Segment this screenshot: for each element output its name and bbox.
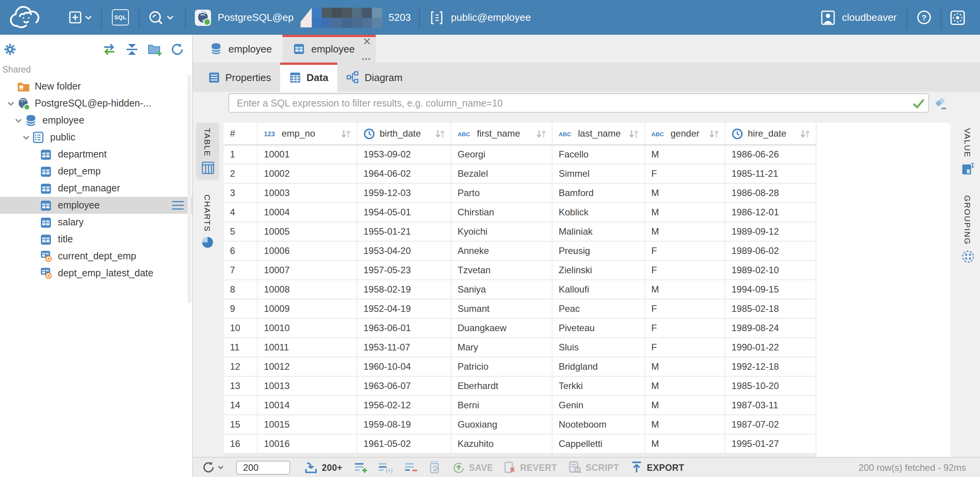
hamburger-icon[interactable] (171, 200, 184, 211)
script-button[interactable]: SCRIPT (568, 461, 619, 474)
data-cell-emp_no[interactable]: 10007 (258, 261, 357, 279)
tree-item-department[interactable]: department (0, 146, 192, 163)
data-cell-hire_date[interactable]: 1989-02-10 (725, 261, 816, 279)
tree-item-current-dept-emp[interactable]: current_dept_emp (0, 248, 192, 265)
data-cell-last_name[interactable]: Cappelletti (553, 435, 645, 453)
data-cell-hire_date[interactable]: 1985-02-18 (725, 299, 816, 318)
data-cell-hire_date[interactable]: 1986-06-26 (725, 145, 816, 164)
data-cell-first_name[interactable]: Guoxiang (451, 415, 553, 434)
data-cell-gender[interactable]: F (645, 261, 725, 279)
data-cell-gender[interactable]: M (645, 280, 725, 299)
tree-item-title[interactable]: title (0, 231, 192, 248)
data-cell-first_name[interactable]: Eberhardt (451, 377, 553, 395)
data-cell-first_name[interactable]: Tzvetan (451, 261, 553, 279)
data-cell-emp_no[interactable]: 10013 (258, 377, 357, 395)
data-cell-emp_no[interactable]: 10012 (258, 357, 357, 376)
data-cell-hire_date[interactable]: 1989-08-24 (725, 319, 816, 337)
fetch-more-button[interactable]: 200+ (304, 461, 342, 474)
delete-row-icon[interactable] (404, 461, 418, 474)
data-cell-gender[interactable]: M (645, 222, 725, 241)
tab-properties[interactable]: Properties (199, 63, 280, 92)
data-cell-last_name[interactable]: Sluis (553, 338, 645, 357)
row-number-cell[interactable]: 6 (224, 242, 258, 260)
data-cell-emp_no[interactable]: 10008 (258, 280, 357, 299)
data-cell-first_name[interactable]: Parto (451, 184, 553, 202)
data-cell-hire_date[interactable]: 1986-08-28 (725, 184, 816, 202)
data-cell-first_name[interactable]: Berni (451, 396, 553, 414)
tree-item-dept-manager[interactable]: dept_manager (0, 180, 192, 197)
data-cell-birth_date[interactable]: 1959-12-03 (357, 184, 451, 202)
data-cell-hire_date[interactable]: 1985-10-20 (725, 377, 816, 395)
new-folder-icon[interactable] (147, 42, 162, 56)
side-tab-value[interactable]: VALUE (956, 123, 979, 181)
schema-selector[interactable]: public@employee (429, 10, 531, 25)
data-cell-birth_date[interactable]: 1952-04-19 (357, 299, 451, 318)
data-cell-last_name[interactable]: Simmel (553, 164, 645, 183)
data-cell-gender[interactable]: M (645, 145, 725, 164)
tree-item-postgresql-ep-hidden[interactable]: PostgreSQL@ep-hidden-... (0, 95, 192, 112)
data-cell-last_name[interactable]: Bamford (553, 184, 645, 202)
data-cell-last_name[interactable]: Nooteboom (553, 415, 645, 434)
data-cell-birth_date[interactable]: 1955-01-21 (357, 222, 451, 241)
data-cell-hire_date[interactable]: 1995-01-27 (725, 435, 816, 453)
connection-selector[interactable]: PostgreSQL@ep 5203 (194, 7, 411, 27)
tree-item-new-folder[interactable]: New folder (0, 78, 192, 95)
data-cell-first_name[interactable]: Sumant (451, 299, 553, 318)
row-number-cell[interactable]: 12 (224, 357, 258, 376)
data-cell-birth_date[interactable]: 1958-02-19 (357, 280, 451, 299)
data-cell-hire_date[interactable]: 1985-11-21 (725, 164, 816, 183)
row-number-cell[interactable]: 7 (224, 261, 258, 279)
data-cell-hire_date[interactable]: 1989-09-12 (725, 222, 816, 241)
tree-item-employee[interactable]: employee (0, 197, 192, 214)
new-object-button[interactable] (69, 11, 92, 24)
row-number-cell[interactable]: 4 (224, 203, 258, 222)
column-header-gender[interactable]: ABCgender (645, 123, 725, 144)
data-cell-last_name[interactable]: Bridgland (553, 357, 645, 376)
chevron-down-gray-icon[interactable] (218, 465, 224, 469)
data-cell-first_name[interactable]: Kyoichi (451, 222, 553, 241)
tab-data[interactable]: Data (280, 63, 338, 92)
data-cell-gender[interactable]: M (645, 377, 725, 395)
data-cell-first_name[interactable]: Duangkaew (451, 319, 553, 337)
row-number-cell[interactable]: 3 (224, 184, 258, 202)
row-number-cell[interactable]: 11 (224, 338, 258, 357)
data-cell-gender[interactable]: F (645, 164, 725, 183)
filter-apply-icon[interactable] (912, 98, 925, 109)
data-cell-gender[interactable]: M (645, 435, 725, 453)
tree-expand-icon[interactable] (7, 101, 15, 106)
data-cell-emp_no[interactable]: 10016 (258, 435, 357, 453)
data-cell-last_name[interactable]: Terkki (553, 377, 645, 395)
data-cell-gender[interactable]: M (645, 396, 725, 414)
refresh-icon[interactable] (171, 42, 184, 56)
more-icon[interactable] (362, 58, 370, 60)
data-cell-birth_date[interactable]: 1959-08-19 (357, 415, 451, 434)
export-button[interactable]: EXPORT (630, 461, 684, 474)
row-number-cell[interactable]: 8 (224, 280, 258, 299)
data-cell-gender[interactable]: F (645, 299, 725, 318)
sort-icon[interactable] (434, 129, 446, 139)
data-cell-hire_date[interactable]: 1987-03-11 (725, 396, 816, 414)
data-cell-birth_date[interactable]: 1963-06-01 (357, 319, 451, 337)
data-cell-birth_date[interactable]: 1953-04-20 (357, 242, 451, 260)
column-header-hire_date[interactable]: hire_date (725, 123, 816, 144)
data-cell-first_name[interactable]: Kazuhito (451, 435, 553, 453)
data-cell-last_name[interactable]: Preusig (553, 242, 645, 260)
data-cell-first_name[interactable]: Bezalel (451, 164, 553, 183)
data-cell-last_name[interactable]: Genin (553, 396, 645, 414)
data-cell-gender[interactable]: M (645, 184, 725, 202)
data-cell-hire_date[interactable]: 1987-07-02 (725, 415, 816, 434)
data-cell-first_name[interactable]: Chirstian (451, 203, 553, 222)
data-cell-last_name[interactable]: Koblick (553, 203, 645, 222)
user-menu[interactable]: cloudbeaver (820, 10, 897, 25)
data-cell-gender[interactable]: M (645, 203, 725, 222)
edit-copy-icon[interactable] (428, 461, 441, 474)
data-cell-gender[interactable]: F (645, 338, 725, 357)
data-cell-last_name[interactable]: Maliniak (553, 222, 645, 241)
data-cell-emp_no[interactable]: 10005 (258, 222, 357, 241)
sidebar-scrollbar[interactable] (188, 75, 191, 303)
data-cell-last_name[interactable]: Facello (553, 145, 645, 164)
add-row-icon[interactable] (354, 461, 368, 474)
collapse-all-icon[interactable] (125, 43, 139, 55)
tree-expand-icon[interactable] (15, 118, 22, 123)
tree-expand-icon[interactable] (22, 135, 30, 140)
